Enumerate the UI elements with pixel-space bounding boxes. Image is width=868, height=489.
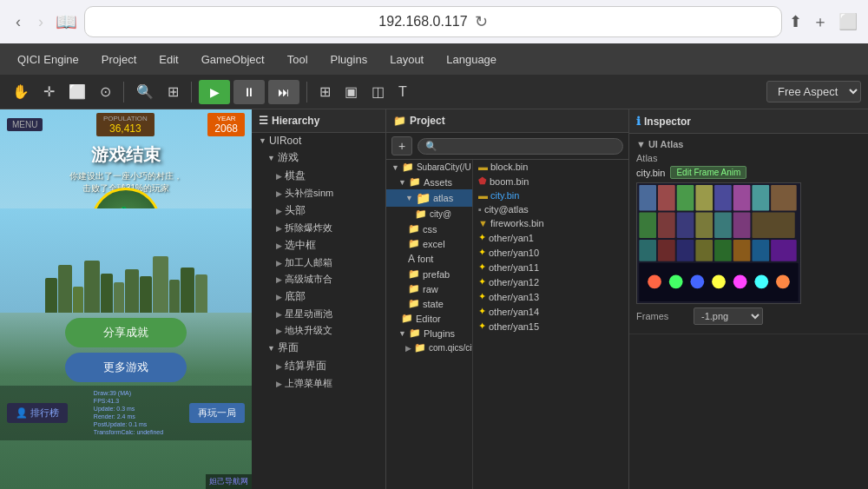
folder-icon: 📁 [408, 238, 420, 249]
folder-icon: 📁 [409, 176, 421, 188]
rect-tool[interactable]: ⬜ [63, 80, 91, 103]
tree-item-css[interactable]: 📁 css [386, 221, 472, 236]
folder-icon: 📁 [415, 208, 427, 220]
tabs-button[interactable]: ⬜ [838, 12, 858, 31]
tree-item-yan10[interactable]: ✦ other/yan10 [473, 245, 628, 260]
menu-edit[interactable]: Edit [148, 50, 188, 69]
atlas-value-row: city.bin Edit Frame Anim [636, 166, 861, 179]
share-achievement-button[interactable]: 分享成就 [65, 318, 187, 347]
menu-qici-engine[interactable]: QICI Engine [7, 50, 89, 69]
tree-item-yan15[interactable]: ✦ other/yan15 [473, 319, 628, 334]
menu-layout[interactable]: Layout [379, 50, 434, 69]
triangle-icon: ▶ [276, 207, 282, 215]
tree-item-yan1[interactable]: ✦ other/yan1 [473, 230, 628, 245]
tree-item-label: com.qics/city.bi [429, 343, 473, 353]
pause-button[interactable]: ⏸ [233, 80, 265, 104]
hierarchy-item-bottom[interactable]: ▶ 底部 [252, 287, 385, 306]
tree-item-excel[interactable]: 📁 excel [386, 236, 472, 251]
search-bar[interactable]: 🔍 [418, 138, 623, 155]
free-aspect-select[interactable]: Free Aspect [766, 81, 861, 102]
dot-tool[interactable]: ⊙ [95, 80, 116, 103]
step-button[interactable]: ⏭ [268, 80, 299, 104]
tree-item-yan12[interactable]: ✦ other/yan12 [473, 274, 628, 289]
share-button[interactable]: ⬆ [789, 12, 802, 31]
zoom-tool[interactable]: 🔍 [131, 80, 159, 103]
atlas-value: city.bin [636, 168, 665, 178]
tree-item-subaraciy[interactable]: ▼ 📁 SubaraCity(/U [386, 160, 472, 175]
tree-item-plugins[interactable]: ▼ 📁 Plugins [386, 326, 472, 340]
back-button[interactable]: ‹ [10, 11, 26, 33]
project-search-input[interactable] [441, 141, 615, 151]
frames-select[interactable]: -1.png [694, 307, 763, 325]
tree-item-fireworks-bin[interactable]: ▼ fireworks.bin [473, 216, 628, 230]
hierarchy-item-label: 拆除爆炸效 [285, 221, 332, 235]
triangle-icon: ▶ [276, 224, 282, 233]
forward-button[interactable]: › [33, 11, 49, 33]
hand-tool[interactable]: ✋ [7, 80, 35, 103]
tree-item-city-at[interactable]: 📁 city@ [386, 207, 472, 221]
spark-icon: ✦ [478, 291, 486, 302]
tree-item-font[interactable]: A font [386, 251, 472, 267]
hierarchy-item-game[interactable]: ▼ 游戏 [252, 149, 385, 167]
move-tool[interactable]: ✛ [38, 80, 60, 103]
hierarchy-item-explode[interactable]: ▶ 拆除爆炸效 [252, 220, 385, 236]
project-tree: ▼ 📁 SubaraCity(/U ▼ 📁 Assets ▼ 📁 atlas 📁 [386, 160, 628, 489]
tree-item-editor[interactable]: 📁 Editor [386, 311, 472, 326]
grid-tool[interactable]: ⊞ [162, 80, 184, 103]
menu-project[interactable]: Project [91, 50, 147, 69]
play-button[interactable]: ▶ [199, 80, 230, 104]
svg-rect-10 [658, 213, 675, 239]
tree-item-label: atlas [433, 193, 453, 203]
project-toolbar: + 🔍 [386, 133, 628, 160]
tree-item-label: boom.bin [490, 176, 529, 187]
add-asset-button[interactable]: + [391, 136, 412, 155]
hierarchy-item-popup-menu[interactable]: ▶ 上弹菜单框 [252, 375, 385, 392]
more-games-button[interactable]: 更多游戏 [65, 353, 187, 382]
hierarchy-item-head[interactable]: ▶ 头部 [252, 202, 385, 220]
tree-item-city-bin[interactable]: ▬ city.bin [473, 188, 628, 202]
tree-item-yan11[interactable]: ✦ other/yan11 [473, 260, 628, 274]
svg-point-31 [776, 274, 790, 288]
tree-item-state[interactable]: 📁 state [386, 296, 472, 311]
hierarchy-item-label: 上弹菜单框 [285, 377, 332, 390]
info-icon: ℹ [636, 115, 641, 128]
hierarchy-item-settlement[interactable]: ▶ 结算界面 [252, 357, 385, 375]
edit-frame-anim-button[interactable]: Edit Frame Anim [670, 166, 746, 179]
hierarchy-item-head-comp[interactable]: ▶ 头补偿sinm [252, 185, 385, 202]
hierarchy-item-block-upgrade[interactable]: ▶ 地块升级文 [252, 322, 385, 339]
tree-item-atlas[interactable]: ▼ 📁 atlas [386, 189, 472, 207]
add-tab-button[interactable]: ＋ [812, 11, 828, 32]
tree-item-yan13[interactable]: ✦ other/yan13 [473, 289, 628, 304]
url-bar[interactable]: 192.168.0.117 ↻ [84, 6, 782, 37]
tree-item-raw[interactable]: 📁 raw [386, 281, 472, 296]
layout-tool-3[interactable]: ◫ [366, 80, 390, 103]
hierarchy-item-star-pool[interactable]: ▶ 星星动画池 [252, 306, 385, 322]
hierarchy-item-worker[interactable]: ▶ 加工人邮箱 [252, 254, 385, 271]
rank-button[interactable]: 👤 排行榜 [7, 403, 68, 423]
layout-tool-2[interactable]: ▣ [339, 80, 363, 103]
replay-button[interactable]: 再玩一局 [189, 403, 245, 423]
frames-row: Frames -1.png [636, 307, 861, 325]
triangle-icon: ▼ [267, 344, 275, 353]
menu-plugins[interactable]: Plugins [320, 50, 378, 69]
layout-tool-4[interactable]: T [393, 81, 412, 103]
hierarchy-item-board[interactable]: ▶ 棋盘 [252, 167, 385, 185]
refresh-button[interactable]: ↻ [475, 12, 488, 31]
tree-item-com-qics[interactable]: ▶ 📁 com.qics/city.bi [386, 340, 472, 355]
tree-item-block-bin[interactable]: ▬ block.bin [473, 160, 628, 174]
menu-gameobject[interactable]: GameObject [191, 50, 275, 69]
menu-language[interactable]: Language [436, 50, 507, 69]
menu-tool[interactable]: Tool [277, 50, 319, 69]
tree-item-assets[interactable]: ▼ 📁 Assets [386, 175, 472, 189]
tree-item-prefab[interactable]: 📁 prefab [386, 267, 472, 281]
tree-item-boom-bin[interactable]: ⬟ boom.bin [473, 174, 628, 188]
tree-item-yan14[interactable]: ✦ other/yan14 [473, 304, 628, 319]
population-label: POPULATION [103, 115, 148, 122]
game-menu-button[interactable]: MENU [7, 118, 43, 131]
hierarchy-item-uiroot[interactable]: ▼ UIRoot [252, 133, 385, 149]
hierarchy-item-ui[interactable]: ▼ 界面 [252, 339, 385, 357]
hierarchy-item-select-frame[interactable]: ▶ 选中框 [252, 236, 385, 254]
layout-tool-1[interactable]: ⊞ [314, 80, 336, 103]
hierarchy-item-city-upgrade[interactable]: ▶ 高级城市合 [252, 271, 385, 287]
tree-item-city-atlas[interactable]: ▪ city@atlas [473, 202, 628, 216]
